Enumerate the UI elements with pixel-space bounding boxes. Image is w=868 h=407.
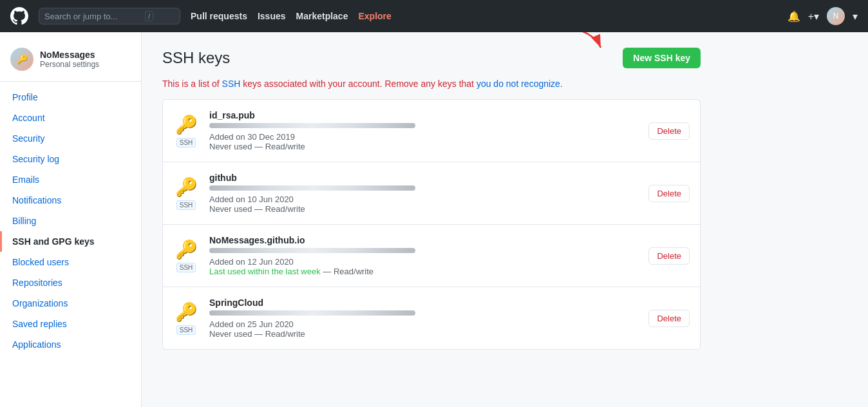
ssh-info-4: SpringCloud Added on 25 Jun 2020 Never u…	[209, 298, 638, 339]
sidebar-item-ssh-gpg[interactable]: SSH and GPG keys	[0, 231, 141, 252]
delete-button-4[interactable]: Delete	[648, 310, 690, 327]
ssh-key-list: 🔑 SSH id_rsa.pub Added on 30 Dec 2019 Ne…	[162, 99, 701, 350]
sidebar-avatar: 🔑	[10, 48, 33, 71]
ssh-key-name-4: SpringCloud	[209, 298, 638, 308]
pull-requests-link[interactable]: Pull requests	[191, 11, 247, 21]
sidebar-item-organizations[interactable]: Organizations	[0, 293, 141, 314]
ssh-usage-green-3: Last used within the last week	[209, 267, 321, 276]
page-title: SSH keys	[162, 49, 230, 67]
key-icon-1: 🔑	[175, 114, 198, 135]
sidebar-item-blocked-users[interactable]: Blocked users	[0, 252, 141, 272]
ssh-key-name-1: id_rsa.pub	[209, 110, 638, 120]
ssh-fingerprint-3	[209, 248, 415, 253]
navbar: / Pull requests Issues Marketplace Explo…	[0, 0, 868, 32]
ssh-fingerprint-2	[209, 185, 415, 191]
navbar-right: 🔔 +▾ N ▾	[788, 7, 858, 25]
ssh-label-4: SSH	[176, 325, 196, 335]
ssh-added-4: Added on 25 Jun 2020	[209, 319, 294, 329]
ssh-meta-3: Added on 12 Jun 2020 Last used within th…	[209, 257, 638, 276]
sidebar-item-billing[interactable]: Billing	[0, 211, 141, 231]
marketplace-link[interactable]: Marketplace	[296, 11, 348, 21]
layout: 🔑 NoMessages Personal settings Profile A…	[0, 32, 868, 407]
github-logo[interactable]	[10, 7, 28, 25]
delete-button-3[interactable]: Delete	[648, 247, 690, 265]
sidebar-user: 🔑 NoMessages Personal settings	[0, 43, 141, 82]
issues-link[interactable]: Issues	[258, 11, 286, 21]
ssh-label-3: SSH	[176, 263, 196, 272]
sidebar-item-applications[interactable]: Applications	[0, 334, 141, 355]
sidebar-item-saved-replies[interactable]: Saved replies	[0, 314, 141, 334]
table-row: 🔑 SSH SpringCloud Added on 25 Jun 2020 N…	[163, 287, 700, 349]
sidebar-user-sub: Personal settings	[40, 60, 99, 69]
ssh-info-2: github Added on 10 Jun 2020 Never used —…	[209, 173, 638, 214]
ssh-icon-wrap-2: 🔑 SSH	[173, 176, 199, 210]
ssh-label-2: SSH	[176, 200, 196, 210]
ssh-usage-4: Never used — Read/write	[209, 329, 305, 339]
main-content: SSH keys New SSH key This is a list of S…	[142, 32, 721, 407]
sidebar-item-notifications[interactable]: Notifications	[0, 190, 141, 211]
page-header: SSH keys New SSH key	[162, 48, 701, 68]
caret-icon[interactable]: ▾	[853, 10, 858, 23]
nav-links: Pull requests Issues Marketplace Explore	[191, 11, 777, 21]
ssh-label-1: SSH	[176, 138, 196, 147]
ssh-icon-wrap-1: 🔑 SSH	[173, 114, 199, 147]
ssh-info-3: NoMessages.github.io Added on 12 Jun 202…	[209, 235, 638, 276]
ssh-usage-1: Never used — Read/write	[209, 142, 305, 151]
ssh-key-name-3: NoMessages.github.io	[209, 235, 638, 245]
ssh-icon-wrap-4: 🔑 SSH	[173, 301, 199, 335]
bell-icon[interactable]: 🔔	[788, 10, 800, 23]
search-input[interactable]	[44, 12, 141, 21]
sidebar-item-account[interactable]: Account	[0, 108, 141, 128]
ssh-key-name-2: github	[209, 173, 638, 183]
plus-icon[interactable]: +▾	[808, 10, 819, 23]
search-box[interactable]: /	[39, 8, 180, 24]
ssh-usage-suffix-3: — Read/write	[321, 267, 373, 276]
sidebar-user-name: NoMessages	[40, 50, 99, 60]
sidebar-item-emails[interactable]: Emails	[0, 169, 141, 190]
delete-button-2[interactable]: Delete	[648, 185, 690, 202]
sidebar-item-repositories[interactable]: Repositories	[0, 272, 141, 293]
table-row: 🔑 SSH github Added on 10 Jun 2020 Never …	[163, 162, 700, 225]
ssh-info-1: id_rsa.pub Added on 30 Dec 2019 Never us…	[209, 110, 638, 151]
info-text-content: This is a list of SSH keys associated wi…	[162, 79, 563, 89]
table-row: 🔑 SSH NoMessages.github.io Added on 12 J…	[163, 225, 700, 287]
sidebar-item-security[interactable]: Security	[0, 128, 141, 149]
ssh-fingerprint-1	[209, 123, 415, 128]
key-icon-3: 🔑	[175, 239, 198, 260]
delete-button-1[interactable]: Delete	[648, 122, 690, 140]
ssh-meta-1: Added on 30 Dec 2019 Never used — Read/w…	[209, 132, 638, 151]
sidebar-item-profile[interactable]: Profile	[0, 87, 141, 108]
ssh-fingerprint-4	[209, 310, 415, 316]
ssh-added-1: Added on 30 Dec 2019	[209, 132, 295, 142]
ssh-meta-2: Added on 10 Jun 2020 Never used — Read/w…	[209, 194, 638, 214]
key-icon-2: 🔑	[175, 176, 198, 198]
sidebar: 🔑 NoMessages Personal settings Profile A…	[0, 32, 142, 407]
info-text: This is a list of SSH keys associated wi…	[162, 79, 701, 89]
table-row: 🔑 SSH id_rsa.pub Added on 30 Dec 2019 Ne…	[163, 100, 700, 162]
ssh-added-2: Added on 10 Jun 2020	[209, 194, 294, 204]
user-avatar[interactable]: N	[827, 7, 845, 25]
sidebar-item-security-log[interactable]: Security log	[0, 149, 141, 169]
ssh-icon-wrap-3: 🔑 SSH	[173, 239, 199, 272]
ssh-added-3: Added on 12 Jun 2020	[209, 257, 294, 267]
new-ssh-key-button[interactable]: New SSH key	[623, 48, 701, 68]
ssh-meta-4: Added on 25 Jun 2020 Never used — Read/w…	[209, 319, 638, 339]
key-icon-4: 🔑	[175, 301, 198, 323]
explore-link[interactable]: Explore	[358, 11, 391, 21]
ssh-usage-2: Never used — Read/write	[209, 204, 305, 214]
slash-key: /	[145, 11, 153, 21]
